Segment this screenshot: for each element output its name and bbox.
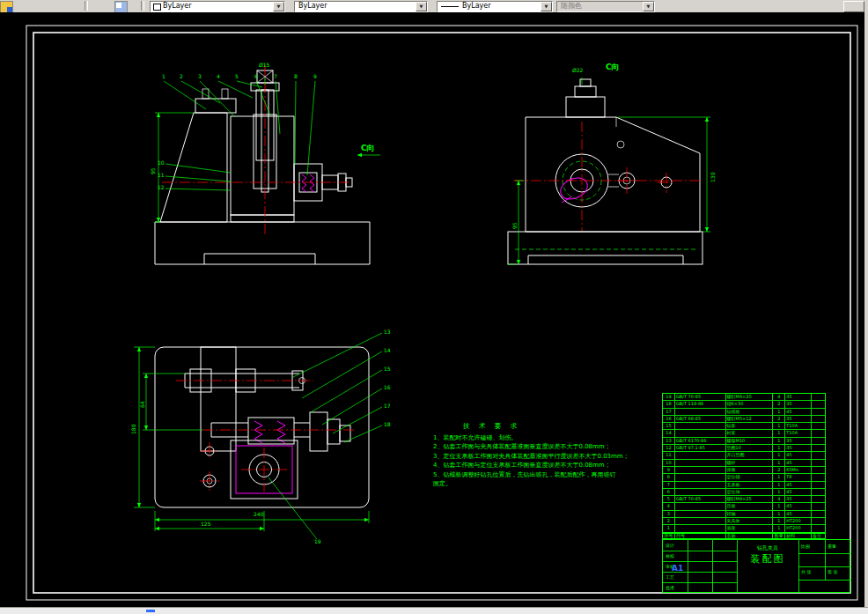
statusbar-accent <box>146 610 155 612</box>
table-row: 9 弹簧 2 65Mn <box>663 467 825 474</box>
bom-item-material: 45 <box>785 489 812 495</box>
bom-header-note: 备注 <box>812 533 825 538</box>
sheet-size-label: A1 <box>672 564 683 573</box>
technical-requirement-line: 2、钻套工作面与夹具体装配基准面垂直度误差不大于0.08mm； <box>433 442 653 452</box>
bom-item-code: GB/T 68-85 <box>675 416 726 422</box>
title-block: 设计 校核 审核 工艺 批准 钻孔夹具 装配图 A1 比例 重量 共 张 第 张 <box>662 539 850 593</box>
front-section-view <box>155 65 380 264</box>
bom-item-qty: 2 <box>773 401 785 407</box>
plotstyle-control-dropdown: 随颜色 ▼ <box>556 1 655 12</box>
table-row: 13 GB/T 6170-86 螺母M10 1 35 <box>663 438 825 445</box>
bom-item-qty: 4 <box>773 394 785 400</box>
bom-item-number: 14 <box>663 430 675 436</box>
bom-item-number: 16 <box>663 416 675 422</box>
toolbar-corner-button[interactable] <box>843 1 864 12</box>
status-bar-strip <box>0 607 868 614</box>
cad-application-window: ByLayer ▼ ByLayer ▼ ByLayer ▼ 随颜色 ▼ <box>0 0 868 614</box>
bom-item-code <box>675 503 726 509</box>
bom-item-number: 11 <box>663 452 675 458</box>
bom-item-qty: 2 <box>773 416 785 422</box>
technical-requirement-line: 3、定位支承板工作面对夹具体装配基准面平行度误差不大于0.03mm； <box>433 452 653 462</box>
bom-item-qty: 1 <box>773 460 785 466</box>
bom-item-qty: 1 <box>773 452 785 458</box>
bom-item-qty: 1 <box>773 503 785 509</box>
table-row: 18 GB/T 119-86 销6×30 2 35 <box>663 401 825 408</box>
top-plan-view <box>134 333 382 539</box>
bom-item-code: GB/T 6170-86 <box>675 438 726 444</box>
chevron-down-icon[interactable]: ▼ <box>541 2 552 11</box>
bom-item-note <box>812 452 825 458</box>
title-block-rule <box>798 553 851 554</box>
linetype-control-dropdown[interactable]: ByLayer ▼ <box>294 1 428 12</box>
bom-item-material: 35 <box>785 394 812 400</box>
bom-item-name: 夹具体 <box>726 518 774 524</box>
table-row: 17 钻模板 1 45 <box>663 409 825 416</box>
technical-requirement-line: 固定。 <box>433 479 653 489</box>
drawing-subtitle: 钻孔夹具 <box>737 544 798 552</box>
bom-item-material: 45 <box>785 460 812 466</box>
title-block-rule <box>663 582 737 583</box>
bom-item-note <box>812 423 825 429</box>
bom-item-qty: 1 <box>773 511 785 517</box>
bom-item-material: 35 <box>785 496 812 502</box>
bom-item-material: HT200 <box>785 518 812 524</box>
bom-header-material: 材料 <box>785 533 812 538</box>
bom-item-code <box>675 409 726 415</box>
bom-item-note <box>812 438 825 444</box>
bom-item-number: 18 <box>663 401 675 407</box>
bom-item-number: 13 <box>663 438 675 444</box>
bom-item-code <box>675 474 726 480</box>
bom-item-note <box>812 409 825 415</box>
color-control-dropdown[interactable]: ByLayer ▼ <box>150 1 285 12</box>
bom-item-qty: 1 <box>773 518 785 524</box>
object-properties-toolbar: ByLayer ▼ ByLayer ▼ ByLayer ▼ 随颜色 ▼ <box>0 0 868 13</box>
scale-label: 比例 <box>801 544 810 549</box>
make-object-layer-icon[interactable] <box>114 1 128 13</box>
bom-item-name: 螺钉M8×25 <box>726 496 774 502</box>
technical-requirements-block: 技 术 要 求 1、装配时不允许磕碰、划伤。2、钻套工作面与夹具体装配基准面垂直… <box>433 422 653 489</box>
parts-list-table: 19 GB/T 70-85 螺钉M6×20 4 35 18 GB/T 119-8… <box>662 393 826 534</box>
bom-item-name: 销6×30 <box>726 401 774 407</box>
bom-item-code: GB/T 97.1-85 <box>675 445 726 451</box>
bom-item-note <box>812 460 825 466</box>
lineweight-sample-icon <box>441 6 459 7</box>
technical-requirement-line: 5、钻模板调整好钻孔位置后，先钻出锥孔，装配后配作，再用锥钉 <box>433 470 653 480</box>
table-row: 14 衬套 1 T10A <box>663 430 825 437</box>
bom-item-name: 钻套 <box>726 423 774 429</box>
bom-item-qty: 2 <box>773 467 785 473</box>
bom-item-qty: 1 <box>773 430 785 436</box>
layer-properties-icon[interactable] <box>0 1 13 13</box>
title-block-rule <box>663 561 737 562</box>
bom-item-note <box>812 416 825 422</box>
chevron-down-icon[interactable]: ▼ <box>273 2 284 11</box>
bom-item-material: T8 <box>785 474 812 480</box>
title-block-divider <box>688 540 688 592</box>
title-block-rule <box>798 566 851 567</box>
bom-item-material: 45 <box>785 503 812 509</box>
table-row: 8 定位销 1 T8 <box>663 474 825 481</box>
bom-item-number: 15 <box>663 423 675 429</box>
bom-item-code <box>675 460 726 466</box>
bom-item-name: 弹簧 <box>726 467 774 473</box>
bom-item-name: 垫圈10 <box>726 445 774 451</box>
table-row: 2 夹具体 1 HT200 <box>663 518 825 525</box>
table-row: 10 螺杆 1 45 <box>663 460 825 467</box>
sheets-total-label: 共 张 <box>801 569 812 574</box>
bom-item-number: 5 <box>663 496 675 502</box>
table-row: 7 支承板 1 45 <box>663 482 825 489</box>
table-row: 4 压板 1 45 <box>663 503 825 510</box>
bom-item-material: 35 <box>785 401 812 407</box>
lineweight-control-dropdown[interactable]: ByLayer ▼ <box>437 1 553 12</box>
bom-item-code <box>675 511 726 517</box>
table-row: 11 开口垫圈 1 45 <box>663 452 825 459</box>
weight-label: 重量 <box>828 544 836 549</box>
side-view-c-direction <box>508 78 710 264</box>
table-row: 6 定位块 1 45 <box>663 489 825 496</box>
chevron-down-icon[interactable]: ▼ <box>416 2 427 11</box>
bom-item-number: 17 <box>663 409 675 415</box>
chevron-down-icon: ▼ <box>643 2 654 11</box>
bom-item-number: 8 <box>663 474 675 480</box>
bom-item-qty: 1 <box>773 482 785 488</box>
bom-item-number: 12 <box>663 445 675 451</box>
bom-item-name: 压板 <box>726 503 774 509</box>
